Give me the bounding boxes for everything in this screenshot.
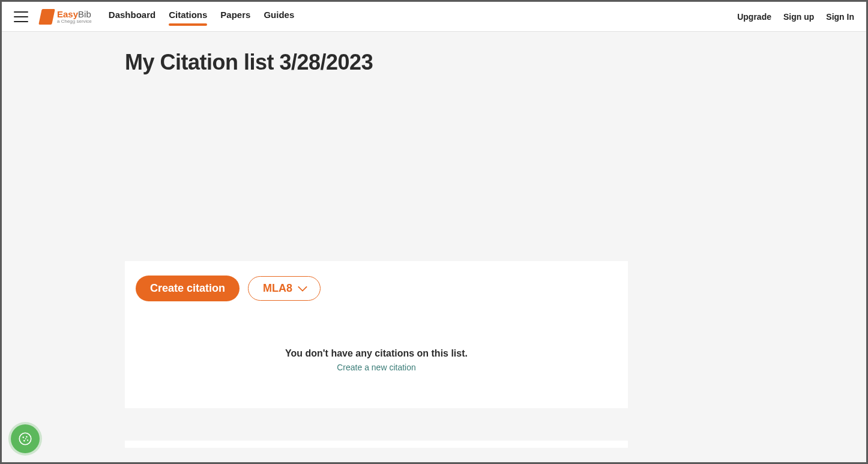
app-header: EasyBib a Chegg service Dashboard Citati…: [2, 2, 866, 32]
nav-citations[interactable]: Citations: [169, 10, 207, 23]
svg-point-4: [27, 439, 28, 441]
page-title: My Citation list 3/28/2023: [125, 50, 794, 75]
brand-text: EasyBib a Chegg service: [57, 10, 92, 24]
create-citation-link[interactable]: Create a new citation: [136, 363, 617, 372]
svg-point-1: [22, 436, 24, 438]
brand-mark-icon: [38, 9, 55, 25]
cookie-icon: [17, 431, 33, 447]
signin-link[interactable]: Sign In: [826, 12, 854, 22]
svg-point-5: [25, 438, 26, 439]
style-selector-label: MLA8: [263, 282, 292, 295]
brand-logo[interactable]: EasyBib a Chegg service: [40, 9, 92, 25]
primary-nav: Dashboard Citations Papers Guides: [109, 10, 294, 23]
nav-dashboard[interactable]: Dashboard: [109, 10, 155, 23]
svg-point-2: [26, 436, 27, 438]
signup-link[interactable]: Sign up: [783, 12, 814, 22]
main-content: My Citation list 3/28/2023 Create citati…: [2, 32, 866, 464]
nav-papers[interactable]: Papers: [220, 10, 250, 23]
ad-placeholder: [125, 75, 794, 261]
menu-icon[interactable]: [14, 11, 28, 22]
brand-suffix: Bib: [78, 9, 91, 19]
header-right: Upgrade Sign up Sign In: [737, 12, 854, 22]
brand-tagline: a Chegg service: [57, 19, 92, 24]
secondary-card: [125, 441, 628, 448]
style-selector-button[interactable]: MLA8: [248, 276, 321, 301]
empty-title: You don't have any citations on this lis…: [136, 348, 617, 359]
card-actions: Create citation MLA8: [136, 276, 617, 301]
nav-guides[interactable]: Guides: [264, 10, 294, 23]
citation-card: Create citation MLA8 You don't have any …: [125, 261, 628, 408]
empty-state: You don't have any citations on this lis…: [136, 348, 617, 372]
brand-prefix: Easy: [57, 9, 78, 19]
svg-point-3: [23, 440, 25, 442]
chevron-down-icon: [297, 285, 308, 292]
create-citation-button[interactable]: Create citation: [136, 276, 240, 301]
cookie-settings-button[interactable]: [11, 424, 40, 453]
upgrade-link[interactable]: Upgrade: [737, 12, 771, 22]
